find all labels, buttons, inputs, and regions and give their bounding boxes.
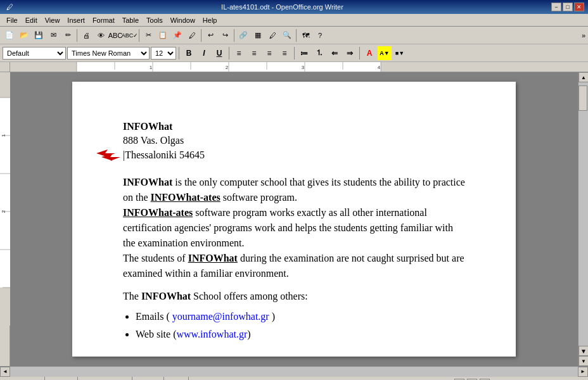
clone-btn[interactable]: 🖊 <box>185 28 199 42</box>
minimize-button[interactable]: − <box>551 3 561 11</box>
find-btn[interactable]: 🔍 <box>280 28 294 42</box>
address-line1: 888 Vas. Olgas <box>123 134 465 148</box>
print-preview-btn[interactable]: 👁 <box>94 28 108 42</box>
svg-text:2: 2 <box>1 210 6 213</box>
size-select[interactable]: 12 <box>151 47 176 60</box>
insert-mode[interactable]: INSRT <box>132 377 164 380</box>
autocorrect-btn[interactable]: ABC✓ <box>123 28 137 42</box>
svg-text:1: 1 <box>1 134 6 137</box>
scroll-down1-btn[interactable]: ▼ <box>578 346 588 356</box>
menu-window[interactable]: Window <box>167 15 199 25</box>
std-mode[interactable]: STD <box>164 377 189 380</box>
spellcheck-btn[interactable]: ABC <box>108 28 122 42</box>
formatting-toolbar: Default Times New Roman 12 B I U ≡ ≡ ≡ ≡… <box>0 44 588 62</box>
menu-tools[interactable]: Tools <box>143 15 167 25</box>
ruler-svg: 1 2 3 4 <box>10 62 588 72</box>
red-arrows <box>96 148 122 161</box>
email-link[interactable]: yourname@infowhat.gr <box>172 311 269 322</box>
h-scroll-track[interactable] <box>10 367 578 377</box>
edit-doc-btn[interactable]: ✏ <box>61 28 75 42</box>
offers-list: Emails ( yourname@infowhat.gr ) Web site… <box>136 309 465 342</box>
para2: INFOWhat-ates software program works exa… <box>123 205 465 251</box>
navigator-btn[interactable]: 🗺 <box>298 28 312 42</box>
scroll-up-btn[interactable]: ▲ <box>578 72 588 82</box>
menu-format[interactable]: Format <box>89 15 118 25</box>
arrows-svg <box>96 148 122 161</box>
menu-view[interactable]: View <box>41 15 64 25</box>
cut-btn[interactable]: ✂ <box>141 28 155 42</box>
align-center-btn[interactable]: ≡ <box>247 46 261 60</box>
fmt-sep4 <box>359 47 360 60</box>
app-icon: 🖊 <box>4 3 13 11</box>
main-area: 1 2 INFOWhat 888 Vas. Olgas <box>0 72 588 366</box>
table-btn[interactable]: ▦ <box>251 28 265 42</box>
save-btn[interactable]: 💾 <box>32 28 46 42</box>
website-link[interactable]: www.infowhat.gr <box>176 329 247 339</box>
company-name: INFOWhat <box>123 120 465 134</box>
indent-btn[interactable]: ⇒ <box>343 46 357 60</box>
undo-btn[interactable]: ↩ <box>203 28 217 42</box>
print-btn[interactable]: 🖨 <box>79 28 93 42</box>
svg-text:4: 4 <box>378 65 381 70</box>
highlight-btn[interactable]: A▼ <box>378 46 392 60</box>
align-right-btn[interactable]: ≡ <box>262 46 276 60</box>
menu-insert[interactable]: Insert <box>63 15 89 25</box>
window-title: IL-ates4101.odt - OpenOffice.org Writer <box>13 3 551 11</box>
menu-help[interactable]: Help <box>199 15 221 25</box>
menu-table[interactable]: Table <box>118 15 143 25</box>
language-info: English (USA) <box>78 377 132 380</box>
fmt-sep3 <box>294 47 295 60</box>
page[interactable]: INFOWhat 888 Vas. Olgas |Thessaloniki 54… <box>72 82 516 357</box>
standard-toolbar: 📄 📂 💾 ✉ ✏ 🖨 👁 ABC ABC✓ ✂ 📋 📌 🖊 ↩ ↪ 🔗 ▦ 🖊… <box>0 27 588 44</box>
font-select[interactable]: Times New Roman <box>67 47 150 60</box>
address-line2-container: |Thessaloniki 54645 <box>123 148 465 162</box>
scroll-down2-btn[interactable]: ▼ <box>578 356 588 366</box>
style-select[interactable]: Default <box>3 47 66 60</box>
address-block: INFOWhat 888 Vas. Olgas |Thessaloniki 54… <box>123 120 465 162</box>
svg-text:1: 1 <box>150 65 153 70</box>
help-btn[interactable]: ? <box>313 28 327 42</box>
font-color-btn[interactable]: A <box>362 46 376 60</box>
email-btn[interactable]: ✉ <box>46 28 60 42</box>
bullets-btn[interactable]: ≔ <box>297 46 311 60</box>
show-draw-btn[interactable]: 🖊 <box>265 28 279 42</box>
window-controls: − □ ✕ <box>551 3 584 11</box>
bold-button[interactable]: B <box>182 46 196 60</box>
fmt-sep2 <box>229 47 229 60</box>
menu-edit[interactable]: Edit <box>22 15 41 25</box>
redo-btn[interactable]: ↪ <box>218 28 232 42</box>
copy-btn[interactable]: 📋 <box>156 28 170 42</box>
sep3 <box>201 29 201 42</box>
menu-file[interactable]: File <box>3 15 22 25</box>
sep4 <box>234 29 234 42</box>
maximize-button[interactable]: □ <box>563 3 573 11</box>
underline-button[interactable]: U <box>212 46 226 60</box>
char-bg-btn[interactable]: ■▼ <box>393 46 407 60</box>
hyperlink-btn[interactable]: 🔗 <box>236 28 250 42</box>
align-left-btn[interactable]: ≡ <box>232 46 246 60</box>
para1: INFOWhat is the only computer school tha… <box>123 175 465 205</box>
toolbar-overflow[interactable]: » <box>582 32 585 39</box>
scroll-track[interactable] <box>578 82 588 346</box>
scroll-left-btn[interactable]: ◄ <box>0 367 10 377</box>
left-ruler: 1 2 <box>0 72 10 366</box>
status-bar: Page 1 / 2 Default English (USA) INSRT S… <box>0 376 588 380</box>
paste-btn[interactable]: 📌 <box>170 28 184 42</box>
close-button[interactable]: ✕ <box>574 3 584 11</box>
list-item-email: Emails ( yourname@infowhat.gr ) <box>136 309 465 324</box>
style-info: Default <box>45 377 78 380</box>
ruler-corner <box>0 62 10 72</box>
align-justify-btn[interactable]: ≡ <box>278 46 291 60</box>
scroll-thumb[interactable] <box>578 86 587 111</box>
sep5 <box>296 29 297 42</box>
numbering-btn[interactable]: ⒈ <box>312 46 326 60</box>
sep2 <box>139 29 139 42</box>
horizontal-ruler: 1 2 3 4 <box>10 62 588 72</box>
scroll-right-btn[interactable]: ► <box>578 367 588 377</box>
new-btn[interactable]: 📄 <box>3 28 16 42</box>
vertical-ruler-svg: 1 2 <box>0 72 10 326</box>
italic-button[interactable]: I <box>197 46 211 60</box>
svg-rect-16 <box>0 98 10 288</box>
outdent-btn[interactable]: ⇐ <box>328 46 342 60</box>
open-btn[interactable]: 📂 <box>17 28 31 42</box>
